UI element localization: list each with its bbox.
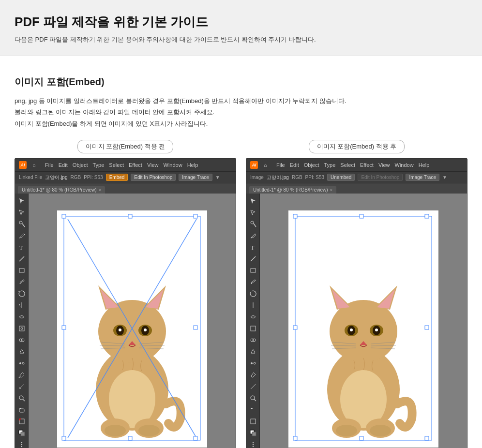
image-trace-button-after[interactable]: Image Trace — [406, 174, 439, 181]
menu-help-after[interactable]: Help — [419, 162, 430, 168]
tool-pen-after[interactable] — [248, 230, 258, 241]
canvas-area-after — [260, 194, 467, 448]
image-trace-button-before[interactable]: Image Trace — [179, 174, 212, 181]
tool-free-transform-after[interactable] — [248, 323, 258, 334]
svg-text:T: T — [251, 244, 255, 251]
menu-type-after[interactable]: Type — [324, 162, 336, 168]
tool-warp[interactable] — [16, 312, 27, 322]
desc-line1: png, jpg 등 이미지를 일러스트레이터로 불러왔을 경우 포함(Embe… — [15, 97, 346, 105]
menu-file-after[interactable]: File — [276, 162, 285, 168]
menubar-before: Ai ⌂ File Edit Object Type Select Effect… — [15, 159, 236, 171]
ai-logo-before: Ai — [19, 161, 27, 169]
canvas-area-before — [29, 194, 236, 448]
tool-select[interactable] — [16, 195, 27, 206]
svg-point-11 — [22, 362, 24, 364]
desc-line3: 이미지 포함(Embed)을 하게 되면 이미지에 있던 X표시가 사라집니다. — [15, 120, 208, 127]
tool-paint-bucket[interactable] — [16, 346, 27, 357]
canvas-before — [57, 210, 207, 448]
menu-view[interactable]: View — [147, 162, 159, 168]
section-title: 이미지 포함(Embed) — [15, 75, 467, 89]
tool-direct-select[interactable] — [16, 207, 27, 218]
tool-mirror[interactable] — [16, 300, 27, 311]
menu-help[interactable]: Help — [187, 162, 198, 168]
tool-artboard-after[interactable] — [248, 416, 258, 427]
menu-file[interactable]: File — [45, 162, 54, 168]
tool-pencil-after[interactable] — [248, 277, 258, 287]
tool-rotate[interactable] — [16, 288, 27, 299]
menu-object[interactable]: Object — [73, 162, 88, 168]
tool-measure-after[interactable] — [248, 381, 258, 392]
canvas-after — [288, 210, 438, 448]
menu-edit[interactable]: Edit — [59, 162, 68, 168]
svg-rect-114 — [293, 326, 297, 329]
tab-close-before[interactable]: × — [99, 188, 101, 193]
desc-line2: 불러와 링크된 이미지는 아래와 같이 파일 데이터 안에 포함시켜 주세요. — [15, 108, 214, 116]
tool-shape-builder-after[interactable] — [248, 335, 258, 345]
menu-window[interactable]: Window — [164, 162, 182, 168]
after-label: 이미지 포함(Embed) 적용 후 — [309, 140, 405, 153]
tool-shape-builder[interactable] — [16, 335, 27, 345]
main-content: 이미지 포함(Embed) png, jpg 등 이미지를 일러스트레이터로 불… — [0, 56, 482, 448]
tool-dots-after[interactable] — [248, 439, 258, 448]
tool-artboard[interactable] — [16, 416, 27, 427]
workspace-after: T — [246, 194, 467, 448]
svg-point-24 — [21, 446, 22, 447]
tool-free-transform[interactable] — [16, 323, 27, 334]
menu-effect-after[interactable]: Effect — [360, 162, 374, 168]
tool-pencil[interactable] — [16, 277, 27, 287]
embed-button[interactable]: Embed — [106, 174, 128, 181]
svg-rect-109 — [425, 214, 429, 218]
tool-measure[interactable] — [16, 381, 27, 392]
tool-direct-select-after[interactable] — [248, 207, 258, 218]
menu-view-after[interactable]: View — [378, 162, 390, 168]
tool-zoom-after[interactable] — [248, 393, 258, 403]
left-toolbar-before: T — [15, 194, 29, 448]
tool-rect-after[interactable] — [248, 265, 258, 276]
tool-paint-bucket-after[interactable] — [248, 346, 258, 357]
tool-magic-wand-after[interactable] — [248, 219, 258, 229]
tool-magic-wand[interactable] — [16, 219, 27, 229]
menu-edit-after[interactable]: Edit — [290, 162, 299, 168]
edit-photoshop-button-before[interactable]: Edit In Photoshop — [131, 174, 176, 181]
tool-pen[interactable] — [16, 230, 27, 241]
tool-eyedropper-after[interactable] — [248, 370, 258, 380]
tab-close-after[interactable]: × — [330, 188, 332, 193]
svg-line-61 — [254, 224, 256, 227]
tool-line[interactable] — [16, 254, 27, 264]
svg-rect-115 — [425, 326, 429, 329]
tool-rotate-after[interactable] — [248, 288, 258, 299]
svg-rect-55 — [62, 436, 66, 440]
svg-line-0 — [22, 224, 25, 227]
edit-photoshop-button-after[interactable]: Edit In Photoshop — [358, 174, 403, 181]
tool-type-after[interactable]: T — [248, 242, 258, 253]
menu-type[interactable]: Type — [93, 162, 105, 168]
tool-hand-after[interactable] — [248, 404, 258, 415]
tab-after[interactable]: Untitled-1* @ 80 % (RGB/Preview) × — [249, 186, 336, 194]
tool-select-after[interactable] — [248, 195, 258, 206]
svg-point-69 — [253, 339, 256, 342]
tool-blend[interactable] — [16, 358, 27, 369]
menu-window-after[interactable]: Window — [395, 162, 414, 168]
menu-select-after[interactable]: Select — [340, 162, 355, 168]
svg-point-80 — [252, 444, 253, 445]
tool-hand[interactable] — [16, 404, 27, 415]
color-fill-after[interactable] — [248, 428, 258, 438]
tool-zoom[interactable] — [16, 393, 27, 403]
tool-warp-after[interactable] — [248, 312, 258, 322]
tool-mirror-after[interactable] — [248, 300, 258, 311]
tool-dots[interactable] — [16, 439, 27, 448]
tool-blend-after[interactable] — [248, 358, 258, 369]
tool-rect[interactable] — [16, 265, 27, 276]
tool-eyedropper[interactable] — [16, 370, 27, 380]
tool-line-after[interactable] — [248, 254, 258, 264]
tab-before[interactable]: Untitled-1* @ 80 % (RGB/Preview) × — [18, 186, 105, 194]
menu-select[interactable]: Select — [109, 162, 124, 168]
unembed-button[interactable]: Unembed — [327, 174, 355, 181]
tool-type[interactable]: T — [16, 242, 27, 253]
svg-rect-112 — [360, 214, 363, 218]
menu-effect[interactable]: Effect — [129, 162, 142, 168]
svg-point-81 — [252, 446, 253, 447]
menu-object-after[interactable]: Object — [304, 162, 319, 168]
color-fill[interactable] — [16, 428, 27, 438]
svg-point-105 — [336, 425, 357, 436]
